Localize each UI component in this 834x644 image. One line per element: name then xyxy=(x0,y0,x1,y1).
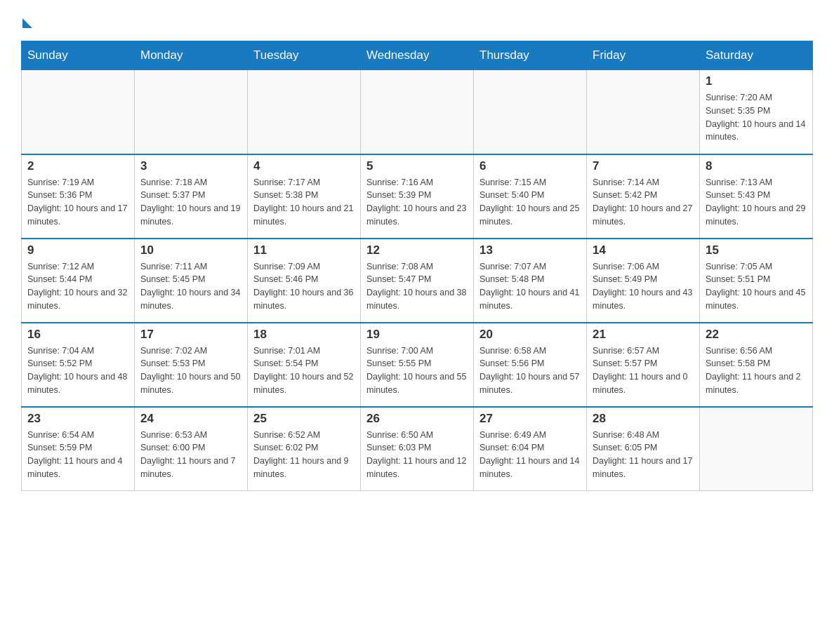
day-number: 3 xyxy=(140,159,241,173)
day-of-week-header: Friday xyxy=(587,41,700,70)
day-info: Sunrise: 6:52 AMSunset: 6:02 PMDaylight:… xyxy=(253,429,355,481)
day-number: 16 xyxy=(27,328,128,342)
day-number: 12 xyxy=(366,243,468,257)
day-info: Sunrise: 6:53 AMSunset: 6:00 PMDaylight:… xyxy=(140,429,241,481)
calendar-header-row: SundayMondayTuesdayWednesdayThursdayFrid… xyxy=(22,41,813,70)
calendar-day-cell: 16Sunrise: 7:04 AMSunset: 5:52 PMDayligh… xyxy=(22,323,135,407)
day-number: 26 xyxy=(366,412,468,426)
calendar-day-cell xyxy=(474,70,587,154)
day-number: 1 xyxy=(706,74,807,88)
calendar-week-row: 9Sunrise: 7:12 AMSunset: 5:44 PMDaylight… xyxy=(22,239,813,323)
calendar-day-cell: 21Sunrise: 6:57 AMSunset: 5:57 PMDayligh… xyxy=(587,323,700,407)
calendar-day-cell: 4Sunrise: 7:17 AMSunset: 5:38 PMDaylight… xyxy=(248,154,361,239)
calendar-day-cell: 20Sunrise: 6:58 AMSunset: 5:56 PMDayligh… xyxy=(474,323,587,407)
day-of-week-header: Monday xyxy=(135,41,248,70)
day-number: 17 xyxy=(140,328,241,342)
day-number: 20 xyxy=(479,328,581,342)
day-number: 23 xyxy=(27,412,128,426)
day-number: 8 xyxy=(706,159,807,173)
calendar-week-row: 23Sunrise: 6:54 AMSunset: 5:59 PMDayligh… xyxy=(22,407,813,491)
day-info: Sunrise: 7:18 AMSunset: 5:37 PMDaylight:… xyxy=(140,176,241,229)
calendar-day-cell: 26Sunrise: 6:50 AMSunset: 6:03 PMDayligh… xyxy=(361,407,474,491)
day-number: 11 xyxy=(253,243,355,257)
day-info: Sunrise: 7:05 AMSunset: 5:51 PMDaylight:… xyxy=(706,260,807,313)
calendar-day-cell: 3Sunrise: 7:18 AMSunset: 5:37 PMDaylight… xyxy=(135,154,248,239)
day-info: Sunrise: 7:13 AMSunset: 5:43 PMDaylight:… xyxy=(706,176,807,229)
day-of-week-header: Tuesday xyxy=(248,41,361,70)
day-number: 15 xyxy=(706,243,807,257)
day-info: Sunrise: 7:16 AMSunset: 5:39 PMDaylight:… xyxy=(366,176,468,229)
day-number: 22 xyxy=(706,328,807,342)
calendar-day-cell: 10Sunrise: 7:11 AMSunset: 5:45 PMDayligh… xyxy=(135,239,248,323)
day-number: 18 xyxy=(253,328,355,342)
calendar-week-row: 1Sunrise: 7:20 AMSunset: 5:35 PMDaylight… xyxy=(22,70,813,154)
calendar-day-cell: 5Sunrise: 7:16 AMSunset: 5:39 PMDaylight… xyxy=(361,154,474,239)
calendar-day-cell xyxy=(361,70,474,154)
day-number: 27 xyxy=(479,412,581,426)
calendar-day-cell: 9Sunrise: 7:12 AMSunset: 5:44 PMDaylight… xyxy=(22,239,135,323)
day-number: 28 xyxy=(593,412,694,426)
calendar-day-cell: 22Sunrise: 6:56 AMSunset: 5:58 PMDayligh… xyxy=(700,323,813,407)
calendar-day-cell xyxy=(248,70,361,154)
day-info: Sunrise: 7:19 AMSunset: 5:36 PMDaylight:… xyxy=(27,176,128,229)
logo-arrow-icon xyxy=(22,18,32,28)
day-info: Sunrise: 7:12 AMSunset: 5:44 PMDaylight:… xyxy=(27,260,128,313)
calendar-day-cell xyxy=(22,70,135,154)
calendar-day-cell xyxy=(587,70,700,154)
calendar-day-cell: 23Sunrise: 6:54 AMSunset: 5:59 PMDayligh… xyxy=(22,407,135,491)
day-info: Sunrise: 6:54 AMSunset: 5:59 PMDaylight:… xyxy=(27,429,128,481)
calendar-day-cell: 25Sunrise: 6:52 AMSunset: 6:02 PMDayligh… xyxy=(248,407,361,491)
day-number: 25 xyxy=(253,412,355,426)
day-number: 4 xyxy=(253,159,355,173)
day-of-week-header: Saturday xyxy=(700,41,813,70)
day-number: 14 xyxy=(593,243,694,257)
calendar-day-cell: 6Sunrise: 7:15 AMSunset: 5:40 PMDaylight… xyxy=(474,154,587,239)
day-number: 24 xyxy=(140,412,241,426)
calendar-week-row: 2Sunrise: 7:19 AMSunset: 5:36 PMDaylight… xyxy=(22,154,813,239)
calendar-day-cell: 19Sunrise: 7:00 AMSunset: 5:55 PMDayligh… xyxy=(361,323,474,407)
day-number: 10 xyxy=(140,243,241,257)
calendar-day-cell: 18Sunrise: 7:01 AMSunset: 5:54 PMDayligh… xyxy=(248,323,361,407)
day-of-week-header: Wednesday xyxy=(361,41,474,70)
day-number: 9 xyxy=(27,243,128,257)
calendar-day-cell: 13Sunrise: 7:07 AMSunset: 5:48 PMDayligh… xyxy=(474,239,587,323)
day-number: 13 xyxy=(479,243,581,257)
calendar-day-cell xyxy=(135,70,248,154)
day-info: Sunrise: 7:17 AMSunset: 5:38 PMDaylight:… xyxy=(253,176,355,229)
calendar-day-cell: 28Sunrise: 6:48 AMSunset: 6:05 PMDayligh… xyxy=(587,407,700,491)
page-header xyxy=(21,14,813,27)
day-info: Sunrise: 6:56 AMSunset: 5:58 PMDaylight:… xyxy=(706,344,807,397)
day-info: Sunrise: 7:04 AMSunset: 5:52 PMDaylight:… xyxy=(27,344,128,397)
day-number: 19 xyxy=(366,328,468,342)
calendar-week-row: 16Sunrise: 7:04 AMSunset: 5:52 PMDayligh… xyxy=(22,323,813,407)
day-info: Sunrise: 6:57 AMSunset: 5:57 PMDaylight:… xyxy=(593,344,694,397)
logo xyxy=(21,14,32,27)
day-number: 6 xyxy=(479,159,581,173)
day-info: Sunrise: 7:09 AMSunset: 5:46 PMDaylight:… xyxy=(253,260,355,313)
day-info: Sunrise: 7:14 AMSunset: 5:42 PMDaylight:… xyxy=(593,176,694,229)
calendar-day-cell: 17Sunrise: 7:02 AMSunset: 5:53 PMDayligh… xyxy=(135,323,248,407)
calendar-day-cell xyxy=(700,407,813,491)
day-info: Sunrise: 7:15 AMSunset: 5:40 PMDaylight:… xyxy=(479,176,581,229)
calendar-table: SundayMondayTuesdayWednesdayThursdayFrid… xyxy=(21,41,813,491)
day-info: Sunrise: 7:11 AMSunset: 5:45 PMDaylight:… xyxy=(140,260,241,313)
day-number: 21 xyxy=(593,328,694,342)
day-info: Sunrise: 7:02 AMSunset: 5:53 PMDaylight:… xyxy=(140,344,241,397)
day-number: 2 xyxy=(27,159,128,173)
day-info: Sunrise: 7:01 AMSunset: 5:54 PMDaylight:… xyxy=(253,344,355,397)
day-info: Sunrise: 7:07 AMSunset: 5:48 PMDaylight:… xyxy=(479,260,581,313)
day-info: Sunrise: 6:49 AMSunset: 6:04 PMDaylight:… xyxy=(479,429,581,481)
calendar-day-cell: 11Sunrise: 7:09 AMSunset: 5:46 PMDayligh… xyxy=(248,239,361,323)
calendar-day-cell: 7Sunrise: 7:14 AMSunset: 5:42 PMDaylight… xyxy=(587,154,700,239)
day-info: Sunrise: 6:58 AMSunset: 5:56 PMDaylight:… xyxy=(479,344,581,397)
calendar-day-cell: 1Sunrise: 7:20 AMSunset: 5:35 PMDaylight… xyxy=(700,70,813,154)
day-info: Sunrise: 7:08 AMSunset: 5:47 PMDaylight:… xyxy=(366,260,468,313)
calendar-day-cell: 27Sunrise: 6:49 AMSunset: 6:04 PMDayligh… xyxy=(474,407,587,491)
day-info: Sunrise: 7:20 AMSunset: 5:35 PMDaylight:… xyxy=(706,91,807,144)
calendar-day-cell: 12Sunrise: 7:08 AMSunset: 5:47 PMDayligh… xyxy=(361,239,474,323)
calendar-day-cell: 14Sunrise: 7:06 AMSunset: 5:49 PMDayligh… xyxy=(587,239,700,323)
calendar-day-cell: 15Sunrise: 7:05 AMSunset: 5:51 PMDayligh… xyxy=(700,239,813,323)
day-of-week-header: Sunday xyxy=(22,41,135,70)
calendar-day-cell: 24Sunrise: 6:53 AMSunset: 6:00 PMDayligh… xyxy=(135,407,248,491)
day-number: 5 xyxy=(366,159,468,173)
